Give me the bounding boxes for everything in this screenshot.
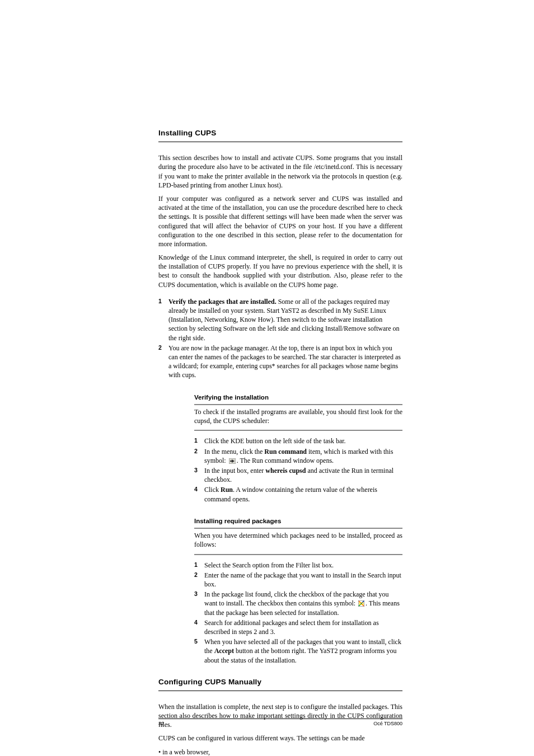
step-number: 1	[194, 561, 204, 570]
step-item: 2 Enter the name of the package that you…	[194, 571, 402, 589]
step-body: Enter the name of the package that you w…	[204, 571, 402, 589]
intro-paragraph-2: If your computer was configured as a net…	[158, 194, 402, 248]
step-number: 3	[194, 466, 204, 484]
subsection-heading: Verifying the installation	[194, 393, 402, 402]
step-item: 3 In the package list found, click the c…	[194, 590, 402, 617]
subsection-paragraph: To check if the installed programs are a…	[194, 407, 402, 425]
step-body: You are now in the package manager. At t…	[168, 344, 402, 380]
subsection-heading: Installing required packages	[194, 517, 402, 526]
step-number: 5	[194, 637, 204, 665]
step-item: 2 You are now in the package manager. At…	[158, 344, 402, 380]
step-number: 2	[194, 571, 204, 589]
step-item: 5 When you have selected all of the pack…	[194, 637, 402, 665]
page-footer: 32 Océ TDS800	[158, 719, 402, 727]
indented-block: Verifying the installation To check if t…	[194, 393, 402, 665]
step-item: 3 In the input box, enter whereis cupsd …	[194, 466, 402, 484]
step-body: Search for additional packages and selec…	[204, 618, 402, 636]
section2-paragraph: CUPS can be configured in various differ…	[158, 734, 402, 743]
section-heading: Configuring CUPS Manually	[158, 677, 402, 687]
intro-paragraph-3: Knowledge of the Linux command interpret…	[158, 253, 402, 289]
step-body: Select the Search option from the Filter…	[204, 561, 402, 570]
step-item: 4 Click Run. A window containing the ret…	[194, 485, 402, 503]
step-body: Verify the packages that are installed. …	[168, 297, 402, 342]
step-body: In the package list found, click the che…	[204, 590, 402, 617]
subsection-paragraph: When you have determined which packages …	[194, 531, 402, 549]
step-item: 1 Click the KDE button on the left side …	[194, 436, 402, 445]
step-item: 4 Search for additional packages and sel…	[194, 618, 402, 636]
step-number: 2	[194, 447, 204, 465]
step-number: 4	[194, 618, 204, 636]
step-number: 3	[194, 590, 204, 617]
step-item: 1 Select the Search option from the Filt…	[194, 561, 402, 570]
install-checkbox-icon	[358, 600, 364, 607]
step-body: In the menu, click the Run command item,…	[204, 447, 402, 465]
step-body: Click the KDE button on the left side of…	[204, 436, 402, 445]
step-item: 1 Verify the packages that are installed…	[158, 297, 402, 342]
step-number: 4	[194, 485, 204, 503]
page-number: 32	[158, 720, 164, 727]
intro-paragraph-1: This section describes how to install an…	[158, 153, 402, 190]
step-item: 2 In the menu, click the Run command ite…	[194, 447, 402, 465]
step-body: In the input box, enter whereis cupsd an…	[204, 466, 402, 484]
content-column: Installing CUPS This section describes h…	[158, 128, 402, 756]
run-command-icon	[229, 458, 236, 464]
bullet-item: • in a web browser,	[158, 748, 402, 756]
section-heading: Installing CUPS	[158, 128, 402, 138]
step-body: Click Run. A window containing the retur…	[204, 485, 402, 503]
step-body: When you have selected all of the packag…	[204, 637, 402, 665]
footer-right-text: Océ TDS800	[373, 720, 402, 727]
step-number: 2	[158, 344, 168, 380]
step-number: 1	[194, 436, 204, 445]
step-number: 1	[158, 297, 168, 342]
